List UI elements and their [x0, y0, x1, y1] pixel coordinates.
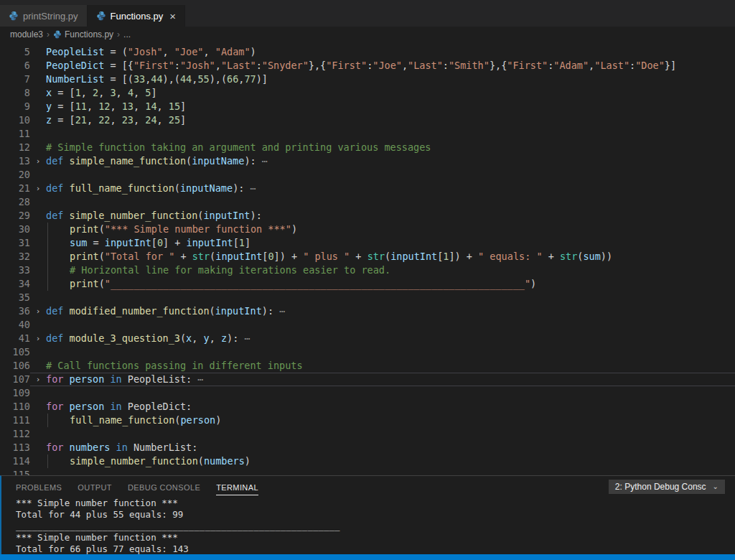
line-number[interactable]: 12 [0, 141, 30, 154]
code-line[interactable]: 31sum = inputInt[0] + inputInt[1] [0, 236, 735, 250]
code-line[interactable]: 110for person in PeopleDict: [0, 400, 735, 414]
line-number[interactable]: 30 [0, 223, 30, 236]
code-line[interactable]: 113for numbers in NumberList: [0, 441, 735, 454]
code-line[interactable]: 20 [0, 168, 735, 182]
fold-chevron-icon[interactable]: › [30, 182, 46, 195]
fold-ellipsis[interactable]: ⋯ [273, 305, 285, 317]
line-number[interactable]: 8 [0, 86, 30, 100]
code-line[interactable]: 109 [0, 386, 735, 400]
line-number[interactable]: 29 [0, 209, 30, 223]
code-token: = [( [104, 73, 134, 85]
line-number[interactable]: 10 [0, 113, 30, 127]
code-line[interactable]: 8x = [1, 2, 3, 4, 5] [0, 86, 735, 100]
code-line[interactable]: 36›def modified_number_function(inputInt… [0, 304, 735, 318]
line-number[interactable]: 110 [0, 400, 30, 414]
code-token: simple_name_function [70, 155, 187, 167]
code-token: ] [245, 237, 251, 248]
line-number[interactable]: 35 [0, 291, 30, 304]
code-line[interactable]: 29def simple_number_function(inputInt): [0, 209, 735, 223]
close-icon[interactable]: × [169, 11, 176, 22]
panel-tab-output[interactable]: OUTPUT [78, 479, 112, 495]
code-token: in [104, 401, 128, 412]
line-number[interactable]: 6 [0, 59, 30, 73]
code-line[interactable]: 112 [0, 427, 735, 441]
code-line[interactable]: 10z = [21, 22, 23, 24, 25] [0, 113, 735, 127]
code-line[interactable]: 13›def simple_name_function(inputName): … [0, 154, 735, 168]
terminal-selector[interactable]: 2: Python Debug Consc ⌄ [609, 480, 725, 494]
code-editor[interactable]: 5PeopleList = ("Josh", "Joe", "Adam")6Pe… [0, 42, 735, 475]
line-number[interactable]: 33 [0, 263, 30, 277]
line-number[interactable]: 41 [0, 332, 30, 345]
terminal-output[interactable]: *** Simple number function ***Total for … [1, 498, 735, 555]
code-token: "First" [507, 60, 548, 71]
line-number[interactable]: 9 [0, 100, 30, 113]
code-line[interactable]: 105 [0, 345, 735, 359]
line-number[interactable]: 21 [0, 182, 30, 195]
code-line[interactable]: 12# Simple function taking an argument a… [0, 141, 735, 154]
code-line[interactable]: 30print("*** Simple number function ***"… [0, 223, 735, 236]
line-number[interactable]: 112 [0, 427, 30, 441]
line-number[interactable]: 5 [0, 45, 30, 59]
line-number[interactable]: 109 [0, 386, 30, 400]
panel-tab-terminal[interactable]: TERMINAL [216, 479, 258, 495]
code-text: print("*** Simple number function ***") [46, 223, 297, 236]
code-token: + [174, 251, 192, 262]
code-text: def full_name_function(inputName): ⋯ [46, 182, 256, 195]
code-line[interactable]: 32print("Total for " + str(inputInt[0]) … [0, 250, 735, 263]
fold-ellipsis[interactable]: ⋯ [244, 182, 256, 194]
code-line[interactable]: 5PeopleList = ("Josh", "Joe", "Adam") [0, 45, 735, 59]
fold-ellipsis[interactable]: ⋯ [256, 155, 268, 167]
code-token: x [186, 332, 192, 344]
fold-chevron-icon[interactable]: › [30, 332, 46, 345]
code-line[interactable]: 35 [0, 291, 735, 304]
panel-tab-problems[interactable]: PROBLEMS [16, 479, 62, 495]
fold-chevron-icon[interactable]: › [30, 154, 46, 168]
code-line[interactable]: 9y = [11, 12, 13, 14, 15] [0, 100, 735, 113]
code-line[interactable]: 115 [0, 468, 735, 475]
line-number[interactable]: 32 [0, 250, 30, 263]
code-line[interactable]: 21›def full_name_function(inputName): ⋯ [0, 182, 735, 195]
code-line[interactable]: 11 [0, 127, 735, 141]
code-line[interactable]: 111full_name_function(person) [0, 414, 735, 427]
fold-ellipsis[interactable]: ⋯ [238, 332, 250, 344]
breadcrumb-segment[interactable]: Functions.py [53, 29, 113, 39]
editor-tab-printString.py[interactable]: printString.py [0, 5, 88, 27]
code-token: inputInt [215, 251, 262, 262]
line-number[interactable]: 111 [0, 414, 30, 427]
line-number[interactable]: 31 [0, 236, 30, 250]
line-number[interactable]: 13 [0, 154, 30, 168]
line-number[interactable]: 36 [0, 304, 30, 318]
line-number[interactable]: 40 [0, 318, 30, 332]
code-token: 0 [157, 237, 163, 248]
code-text: sum = inputInt[0] + inputInt[1] [46, 236, 251, 250]
fold-ellipsis[interactable]: ⋯ [192, 373, 203, 385]
editor-tab-Functions.py[interactable]: Functions.py× [88, 5, 185, 27]
panel-tab-debug-console[interactable]: DEBUG CONSOLE [128, 479, 200, 495]
code-token: "First" [134, 60, 174, 71]
line-number[interactable]: 11 [0, 127, 30, 141]
code-line[interactable]: 7NumberList = [(33,44),(44,55),(66,77)] [0, 73, 735, 86]
line-number[interactable]: 105 [0, 345, 30, 359]
code-line[interactable]: 6PeopleDict = [{"First":"Josh","Last":"S… [0, 59, 735, 73]
line-number[interactable]: 106 [0, 359, 30, 373]
line-number[interactable]: 20 [0, 168, 30, 182]
code-line[interactable]: 28 [0, 195, 735, 209]
code-line[interactable]: 114simple_number_function(numbers) [0, 454, 735, 468]
line-number[interactable]: 107 [0, 373, 30, 386]
fold-chevron-icon[interactable]: › [30, 373, 46, 386]
line-number[interactable]: 7 [0, 73, 30, 86]
line-number[interactable]: 34 [0, 277, 30, 291]
code-line[interactable]: 33# Horizontal line for making iteration… [0, 263, 735, 277]
fold-chevron-icon[interactable]: › [30, 304, 46, 318]
breadcrumb-segment[interactable]: ... [123, 29, 131, 39]
code-line[interactable]: 34print("_______________________________… [0, 277, 735, 291]
line-number[interactable]: 115 [0, 468, 30, 475]
line-number[interactable]: 114 [0, 454, 30, 468]
code-line[interactable]: 106# Call functions passing in different… [0, 359, 735, 373]
code-line[interactable]: 107›for person in PeopleList: ⋯ [0, 373, 735, 386]
line-number[interactable]: 28 [0, 195, 30, 209]
line-number[interactable]: 113 [0, 441, 30, 454]
code-line[interactable]: 40 [0, 318, 735, 332]
code-line[interactable]: 41›def module_3_question_3(x, y, z): ⋯ [0, 332, 735, 345]
breadcrumb-segment[interactable]: module3 [10, 29, 43, 39]
